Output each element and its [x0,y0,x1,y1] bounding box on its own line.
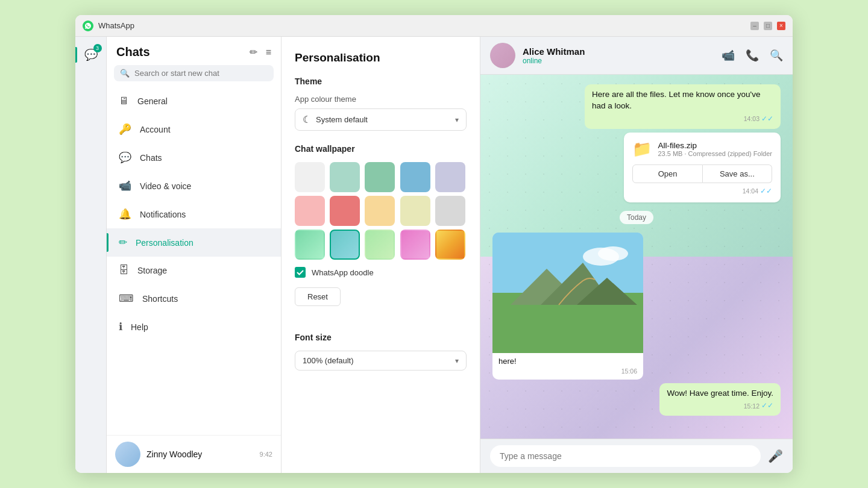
wallpaper-swatch-1[interactable] [295,162,325,192]
file-actions: Open Save as... [632,164,772,183]
nav-label-help: Help [131,322,148,332]
wallpaper-swatch-4[interactable] [400,162,430,192]
date-divider: Today [620,211,653,224]
wallpaper-swatch-10[interactable] [435,196,465,226]
sidebar-header: Chats ✏ ≡ [107,37,281,65]
app-body: 💬 3 Chats ✏ ≡ 🔍 🖥 General [75,37,793,473]
video-call-button[interactable]: 📹 [722,49,735,62]
app-title: WhatsApp [98,21,750,30]
file-icon: 📁 [632,140,652,158]
nav-item-video-voice[interactable]: 📹 Video & voice [107,172,281,200]
contact-name: Alice Whitman [523,46,714,57]
theme-dropdown-arrow-icon: ▾ [455,116,459,124]
reset-button[interactable]: Reset [295,287,341,306]
app-colour-label: App colour theme [295,95,467,104]
mic-button[interactable]: 🎤 [768,449,783,463]
nav-item-personalisation[interactable]: ✏ Personalisation [107,228,281,257]
settings-nav: 🖥 General 🔑 Account 💬 Chats 📹 Video & vo… [107,87,281,435]
file-info: All-files.zip 23.5 MB · Compressed (zipp… [658,141,772,157]
personalisation-panel: Personalisation Theme App colour theme ☾… [281,37,480,473]
wallpaper-swatch-6[interactable] [295,196,325,226]
theme-section-label: Theme [295,77,467,86]
shortcuts-icon: ⌨ [119,292,134,305]
wallpaper-swatch-14[interactable] [400,230,430,260]
search-chat-button[interactable]: 🔍 [770,49,783,62]
filter-button[interactable]: ≡ [266,46,271,58]
voice-call-button[interactable]: 📞 [746,49,759,62]
message-sent-text: Here are all the files. Let me know once… [585,84,781,129]
general-icon: 🖥 [119,95,129,107]
doodle-checkbox-row: WhatsApp doodle [295,267,467,278]
rail-chats-icon[interactable]: 💬 3 [80,44,102,66]
wallpaper-swatch-11[interactable] [295,230,325,260]
help-icon: ℹ [119,321,122,333]
doodle-checkbox[interactable] [295,267,306,278]
chats-icon: 💬 [119,151,131,164]
reply-time: 15:12 ✓✓ [667,401,773,411]
chat-list-item-zinny[interactable]: Zinny Woodley 9:42 [107,435,281,473]
minimize-button[interactable]: – [750,22,759,30]
messages-container: Here are all the files. Let me know once… [480,75,793,439]
message-reply-sent: Wow! Have great time. Enjoy. 15:12 ✓✓ [659,383,781,416]
nav-item-notifications[interactable]: 🔔 Notifications [107,200,281,228]
file-open-button[interactable]: Open [632,164,702,183]
photo-message-time: 15:06 [498,368,637,375]
nav-item-storage[interactable]: 🗄 Storage [107,257,281,284]
app-window: WhatsApp – □ × 💬 3 Chats ✏ ≡ [75,15,793,473]
wallpaper-swatch-12[interactable] [330,230,360,260]
nav-item-account[interactable]: 🔑 Account [107,115,281,143]
chat-preview-name: Zinny Woodley [146,449,254,459]
nav-item-help[interactable]: ℹ Help [107,313,281,341]
file-meta: 23.5 MB · Compressed (zipped) Folder [658,150,772,157]
nav-label-chats: Chats [140,153,162,163]
reply-text: Wow! Have great time. Enjoy. [667,389,773,398]
zinny-avatar [115,442,140,467]
wallpaper-swatch-15[interactable] [435,230,465,260]
message-ticks-1: ✓✓ [761,114,773,124]
wallpaper-section: Chat wallpaper [295,144,467,321]
contact-avatar [490,43,515,68]
nav-label-account: Account [140,125,171,134]
photo-image [492,233,643,353]
theme-dropdown[interactable]: ☾ System default ▾ [295,108,467,131]
file-name: All-files.zip [658,141,772,150]
wallpaper-swatch-2[interactable] [330,162,360,192]
nav-label-personalisation: Personalisation [136,238,193,248]
photo-caption: here! 15:06 [492,353,643,380]
nav-item-chats[interactable]: 💬 Chats [107,143,281,172]
wallpaper-swatch-3[interactable] [365,162,395,192]
photo-message: here! 15:06 [492,233,643,380]
wallpaper-swatch-8[interactable] [365,196,395,226]
nav-label-video-voice: Video & voice [140,181,191,191]
nav-item-general[interactable]: 🖥 General [107,87,281,115]
sidebar-title: Chats [116,45,150,59]
reply-ticks: ✓✓ [761,401,773,411]
message-input[interactable] [490,445,761,467]
wallpaper-swatch-7[interactable] [330,196,360,226]
chat-header: Alice Whitman online 📹 📞 🔍 [480,37,793,75]
chat-area: Alice Whitman online 📹 📞 🔍 Here are al [480,37,793,473]
search-icon: 🔍 [120,69,130,78]
nav-label-storage: Storage [137,266,167,275]
close-button[interactable]: × [777,22,785,30]
maximize-button[interactable]: □ [764,22,772,30]
search-input[interactable] [134,69,268,78]
font-size-dropdown[interactable]: 100% (default) ▾ [295,351,467,371]
storage-icon: 🗄 [119,264,129,277]
wallpaper-swatch-9[interactable] [400,196,430,226]
new-chat-button[interactable]: ✏ [250,46,257,58]
file-message-ticks: ✓✓ [760,187,772,195]
nav-item-shortcuts[interactable]: ⌨ Shortcuts [107,284,281,313]
app-logo [83,20,93,31]
chat-input-bar: 🎤 [480,439,793,473]
theme-dropdown-value: System default [316,115,450,124]
icon-rail: 💬 3 [75,37,107,473]
file-message-time: 14:04 ✓✓ [632,187,772,195]
wallpaper-swatch-5[interactable] [435,162,465,192]
wallpaper-swatch-13[interactable] [365,230,395,260]
account-icon: 🔑 [119,123,131,136]
sidebar-actions: ✏ ≡ [250,46,271,58]
file-save-button[interactable]: Save as... [703,164,772,183]
notifications-icon: 🔔 [119,208,131,221]
chat-preview-time: 9:42 [260,451,272,458]
